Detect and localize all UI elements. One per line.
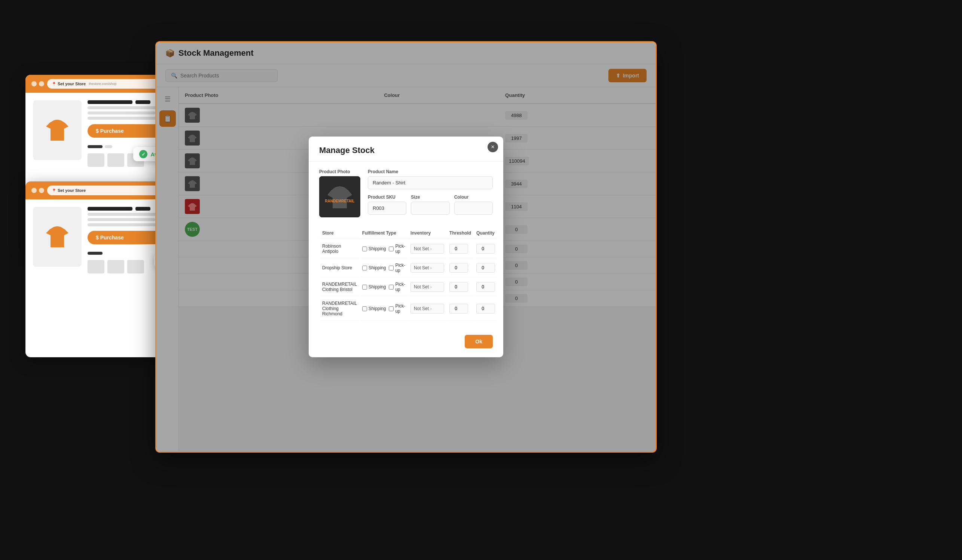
size-input[interactable] <box>411 202 449 215</box>
threshold-input[interactable] <box>449 244 468 253</box>
product-name-label: Product Name <box>368 169 493 174</box>
dash-1 <box>87 145 103 148</box>
store-fulfillment-cell: Shipping Pick-up <box>360 297 407 321</box>
col-threshold: Threshold <box>447 228 473 239</box>
pickup-checkbox[interactable] <box>389 307 394 311</box>
shipping-label: Shipping <box>368 265 386 271</box>
card-text-5 <box>87 218 155 221</box>
shipping-checkbox[interactable] <box>362 307 367 311</box>
stock-management-panel: 📦 Stock Management 🔍 ⬆ Import ☰ 📋 Produc… <box>155 41 657 453</box>
pickup-checkbox[interactable] <box>389 285 394 289</box>
ok-button[interactable]: Ok <box>465 335 493 348</box>
modal-product-img-inner: RANDEMRETAIL <box>319 176 360 217</box>
card-product-image <box>33 100 82 160</box>
card-title-line-4 <box>136 207 150 211</box>
threshold-input[interactable] <box>449 263 468 273</box>
thumb-6 <box>127 260 144 273</box>
shipping-label: Shipping <box>368 246 386 252</box>
threshold-input[interactable] <box>449 304 468 313</box>
store-inventory-cell[interactable]: Not Set › <box>408 278 446 296</box>
col-store: Store <box>320 228 359 239</box>
store-threshold-cell <box>447 278 473 296</box>
card-title-line-3 <box>87 207 132 211</box>
circle-2 <box>39 81 44 86</box>
available-icon: ✓ <box>139 150 147 158</box>
card-title-line <box>87 100 132 104</box>
store-table: Store Fulfillment Type Inventory Thresho… <box>319 227 498 321</box>
store-threshold-cell <box>447 297 473 321</box>
circle-1 <box>31 81 37 86</box>
col-qty: Quantity <box>474 228 497 239</box>
product-name-group: Product Name <box>368 169 493 189</box>
modal-product-row: Product Photo RANDEMRETAIL <box>319 169 493 220</box>
pickup-label: Pick-up <box>395 303 405 314</box>
thumb-5 <box>107 260 124 273</box>
pickup-checkbox[interactable] <box>389 247 394 252</box>
dash-3 <box>87 252 103 255</box>
sku-group: Product SKU <box>368 195 406 215</box>
sku-input[interactable] <box>368 202 406 215</box>
store-name-cell: Robinson Antipolo <box>320 240 359 258</box>
colour-input[interactable] <box>454 202 493 215</box>
sku-size-colour-row: Product SKU Size Colour <box>368 195 493 220</box>
store-inventory-cell[interactable]: Not Set › <box>408 259 446 277</box>
store-quantity-cell <box>474 297 497 321</box>
colour-group: Colour <box>454 195 493 215</box>
svg-text:RANDEMRETAIL: RANDEMRETAIL <box>325 199 354 203</box>
modal-close-button[interactable]: × <box>487 142 498 152</box>
thumb-1 <box>87 153 104 167</box>
store-threshold-cell <box>447 259 473 277</box>
inventory-select[interactable]: Not Set › <box>410 282 444 292</box>
inventory-select[interactable]: Not Set › <box>410 244 444 253</box>
shipping-checkbox[interactable] <box>362 285 367 289</box>
modal-product-info: Product Name Product SKU Size <box>368 169 493 220</box>
store-row: Robinson Antipolo Shipping Pick-up Not S… <box>320 240 497 258</box>
inventory-chevron: › <box>430 307 431 311</box>
store-fulfillment-cell: Shipping Pick-up <box>360 259 407 277</box>
card-url-text-2: Set your Store <box>58 188 86 193</box>
pickup-label: Pick-up <box>395 244 405 254</box>
threshold-input[interactable] <box>449 282 468 292</box>
store-name-cell: RANDEMRETAIL Clothing Richmond <box>320 297 359 321</box>
quantity-input[interactable] <box>476 263 495 273</box>
store-row: RANDEMRETAIL Clothing Richmond Shipping … <box>320 297 497 321</box>
store-quantity-cell <box>474 259 497 277</box>
card-product-image-2 <box>33 207 82 267</box>
inventory-chevron: › <box>430 247 431 251</box>
shipping-label: Shipping <box>368 306 386 311</box>
quantity-input[interactable] <box>476 244 495 253</box>
circle-3 <box>31 188 37 193</box>
card-text-2 <box>87 111 155 115</box>
quantity-input[interactable] <box>476 304 495 313</box>
inventory-value: Not Set <box>414 246 429 252</box>
inventory-value: Not Set <box>414 284 429 289</box>
modal-product-img: RANDEMRETAIL <box>319 176 360 217</box>
thumb-2 <box>107 153 124 167</box>
quantity-input[interactable] <box>476 282 495 292</box>
thumb-4 <box>87 260 104 273</box>
store-inventory-cell[interactable]: Not Set › <box>408 297 446 321</box>
store-quantity-cell <box>474 278 497 296</box>
card-circles <box>31 81 44 86</box>
modal-header: Manage Stock × <box>309 137 503 161</box>
pickup-label: Pick-up <box>395 282 405 292</box>
modal-title: Manage Stock <box>319 145 374 155</box>
size-label: Size <box>411 195 449 200</box>
shipping-checkbox[interactable] <box>362 247 367 252</box>
product-photo-label: Product Photo <box>319 169 360 174</box>
inventory-select[interactable]: Not Set › <box>410 263 444 273</box>
store-fulfillment-cell: Shipping Pick-up <box>360 278 407 296</box>
colour-label: Colour <box>454 195 493 200</box>
store-threshold-cell <box>447 240 473 258</box>
circle-4 <box>39 188 44 193</box>
shipping-checkbox[interactable] <box>362 266 367 271</box>
store-quantity-cell <box>474 240 497 258</box>
size-group: Size <box>411 195 449 215</box>
pickup-checkbox[interactable] <box>389 266 394 271</box>
col-inventory: Inventory <box>408 228 446 239</box>
manage-stock-modal: Manage Stock × Product Photo RANDEMRETAI… <box>309 137 503 357</box>
modal-footer: Ok <box>309 329 503 357</box>
store-inventory-cell[interactable]: Not Set › <box>408 240 446 258</box>
inventory-select[interactable]: Not Set › <box>410 304 444 313</box>
product-name-input[interactable] <box>368 176 493 189</box>
